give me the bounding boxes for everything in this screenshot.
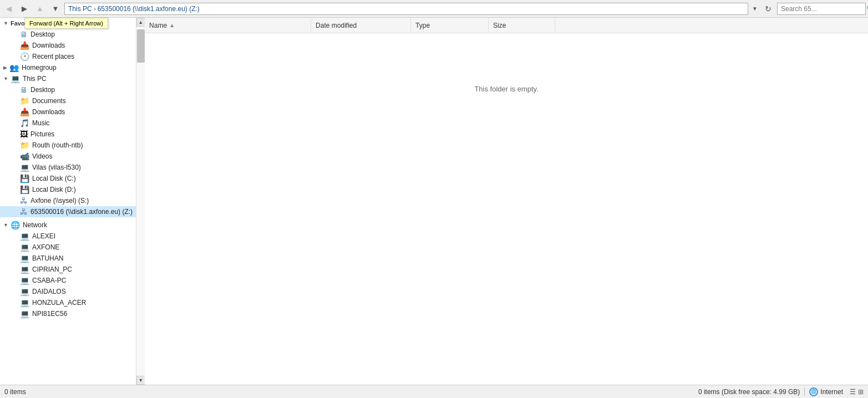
network-icon: 🌐 [11, 221, 20, 229]
documents-icon: 📁 [20, 96, 29, 105]
scrollbar-down-arrow[interactable]: ▼ [136, 376, 145, 385]
back-button[interactable]: ◀ [2, 2, 16, 16]
sidebar-item-pictures[interactable]: 🖼 Pictures [0, 129, 136, 140]
path-current: 653500016 (\\disk1.axfone.eu) (Z:) [98, 5, 200, 13]
desktop-pc-icon: 🖥 [20, 85, 28, 94]
col-header-size[interactable]: Size [489, 18, 555, 33]
local-disk-c-icon: 💾 [20, 174, 29, 183]
videos-label: Videos [32, 152, 52, 160]
local-disk-c-label: Local Disk (C:) [32, 175, 76, 182]
recent-places-icon: 🕐 [20, 52, 29, 61]
local-disk-d-icon: 💾 [20, 185, 29, 194]
sidebar: ▼ Favorites 🖥 Desktop 📥 Downloads 🕐 Rece… [0, 18, 136, 385]
sidebar-container: ▼ Favorites 🖥 Desktop 📥 Downloads 🕐 Rece… [0, 18, 145, 385]
col-header-type[interactable]: Type [411, 18, 489, 33]
alexei-icon: 💻 [20, 232, 29, 241]
sidebar-item-axfone-s[interactable]: 🖧 Axfone (\\sysel) (S:) [0, 195, 136, 206]
sidebar-item-videos[interactable]: 📹 Videos [0, 151, 136, 162]
internet-label: Internet [820, 388, 843, 396]
sidebar-item-csaba-pc[interactable]: 💻 CSABA-PC [0, 275, 136, 286]
sidebar-item-desktop-pc[interactable]: 🖥 Desktop [0, 84, 136, 95]
sidebar-item-recent-places[interactable]: 🕐 Recent places [0, 51, 136, 62]
recent-locations-button[interactable]: ▼ [49, 2, 62, 16]
network-label: Network [23, 221, 47, 229]
disk-space-text: 0 items (Disk free space: 4.99 GB) [698, 388, 800, 396]
sidebar-item-local-disk-d[interactable]: 💾 Local Disk (D:) [0, 184, 136, 195]
refresh-button[interactable]: ↻ [762, 2, 775, 16]
daidalos-label: DAIDALOS [32, 288, 66, 295]
view-details-icon[interactable]: ☰ [850, 388, 856, 396]
path-computer: This PC [68, 5, 92, 13]
col-name-sort-arrow: ▲ [169, 22, 175, 28]
sidebar-item-downloads-pc[interactable]: 📥 Downloads [0, 106, 136, 118]
downloads-fav-icon: 📥 [20, 41, 29, 50]
homegroup-label: Homegroup [22, 64, 57, 72]
batuhan-label: BATUHAN [32, 254, 63, 262]
sidebar-item-desktop-fav[interactable]: 🖥 Desktop [0, 29, 136, 40]
sidebar-item-music[interactable]: 🎵 Music [0, 118, 136, 129]
axfone-net-icon: 💻 [20, 243, 29, 252]
csaba-pc-icon: 💻 [20, 276, 29, 285]
scrollbar-track [136, 27, 145, 376]
col-date-label: Date modified [316, 22, 357, 29]
view-tile-icon[interactable]: ⊞ [858, 388, 864, 396]
sidebar-item-homegroup[interactable]: ▶ 👥 Homegroup [0, 62, 136, 73]
col-type-label: Type [415, 22, 430, 29]
forward-button[interactable]: ▶ [18, 2, 31, 16]
col-header-date[interactable]: Date modified [311, 18, 411, 33]
this-pc-label: This PC [23, 75, 47, 83]
alexei-label: ALEXEI [32, 232, 55, 240]
sidebar-item-alexei[interactable]: 💻 ALEXEI [0, 231, 136, 242]
sidebar-item-batuhan[interactable]: 💻 BATUHAN [0, 253, 136, 264]
empty-text: This folder is empty. [474, 85, 538, 93]
music-label: Music [32, 119, 49, 127]
sidebar-item-axfone-net[interactable]: 💻 AXFONE [0, 242, 136, 253]
scrollbar-up-arrow[interactable]: ▲ [136, 18, 145, 27]
daidalos-icon: 💻 [20, 287, 29, 296]
sidebar-item-npi81ec56[interactable]: 💻 NPI81EC56 [0, 308, 136, 319]
sidebar-item-local-disk-c[interactable]: 💾 Local Disk (C:) [0, 173, 136, 184]
sidebar-item-routh[interactable]: 📁 Routh (routh-ntb) [0, 140, 136, 151]
this-pc-icon: 💻 [11, 74, 20, 83]
routh-label: Routh (routh-ntb) [32, 141, 83, 149]
axfone-net-label: AXFONE [32, 243, 59, 251]
axfone-s-icon: 🖧 [20, 196, 28, 205]
homegroup-icon: 👥 [9, 63, 19, 72]
address-path[interactable]: This PC › 653500016 (\\disk1.axfone.eu) … [64, 3, 748, 15]
csaba-pc-label: CSABA-PC [32, 277, 66, 284]
scrollbar-thumb[interactable] [137, 29, 145, 63]
ciprian-pc-label: CIPRIAN_PC [32, 266, 72, 273]
up-button[interactable]: ▲ [33, 2, 47, 16]
network-drive-z-icon: 🖧 [20, 207, 28, 216]
documents-label: Documents [32, 97, 66, 105]
address-dropdown-button[interactable]: ▼ [750, 3, 759, 15]
internet-icon: 🌐 [809, 387, 818, 396]
network-chevron: ▼ [3, 222, 8, 228]
content-area: Name ▲ Date modified Type Size This fold… [145, 18, 868, 385]
sidebar-item-this-pc[interactable]: ▼ 💻 This PC [0, 73, 136, 84]
sidebar-item-network[interactable]: ▼ 🌐 Network [0, 220, 136, 231]
tooltip: Forward (Alt + Right Arrow) [24, 18, 108, 29]
sidebar-item-honzula-acer[interactable]: 💻 HONZULA_ACER [0, 297, 136, 308]
sidebar-item-documents[interactable]: 📁 Documents [0, 95, 136, 106]
ciprian-pc-icon: 💻 [20, 265, 29, 274]
sidebar-item-network-drive-z[interactable]: 🖧 653500016 (\\disk1.axfone.eu) (Z:) [0, 206, 136, 217]
pictures-icon: 🖼 [20, 130, 28, 139]
favorites-chevron: ▼ [3, 21, 8, 26]
sidebar-item-downloads-fav[interactable]: 📥 Downloads [0, 40, 136, 51]
status-bar: 0 items 0 items (Disk free space: 4.99 G… [0, 385, 868, 398]
search-input[interactable] [781, 5, 864, 13]
batuhan-icon: 💻 [20, 254, 29, 263]
routh-icon: 📁 [20, 141, 29, 150]
sidebar-scrollbar: ▲ ▼ [136, 18, 145, 385]
main-layout: ▼ Favorites 🖥 Desktop 📥 Downloads 🕐 Rece… [0, 18, 868, 385]
npi81ec56-icon: 💻 [20, 309, 29, 318]
music-icon: 🎵 [20, 119, 29, 127]
downloads-pc-icon: 📥 [20, 108, 29, 116]
sidebar-item-ciprian-pc[interactable]: 💻 CIPRIAN_PC [0, 264, 136, 275]
col-header-name[interactable]: Name ▲ [145, 18, 311, 33]
sidebar-item-vilas[interactable]: 💻 Vilas (vilas-l530) [0, 162, 136, 173]
sidebar-item-daidalos[interactable]: 💻 DAIDALOS [0, 286, 136, 297]
desktop-fav-label: Desktop [31, 30, 55, 38]
downloads-pc-label: Downloads [32, 108, 65, 116]
